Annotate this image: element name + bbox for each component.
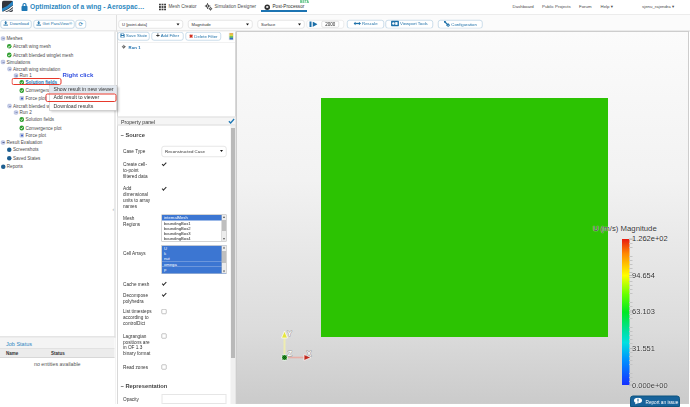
svg-text:X: X bbox=[307, 349, 312, 358]
svg-text:Z: Z bbox=[288, 349, 293, 358]
svg-text:Y: Y bbox=[287, 329, 292, 338]
